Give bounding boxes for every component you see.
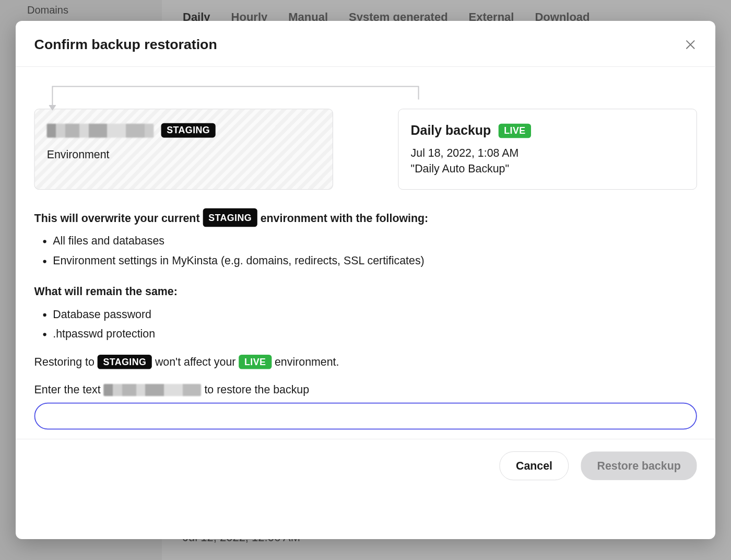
modal-body: STAGING Environment Daily backup LIVE Ju…	[16, 67, 715, 439]
live-badge: LIVE	[499, 123, 532, 138]
restore-note-pre: Restoring to	[34, 356, 98, 368]
remain-list: Database password .htpasswd protection	[53, 305, 697, 343]
cancel-button[interactable]: Cancel	[500, 451, 569, 480]
list-item: Database password	[53, 305, 697, 323]
restore-note-mid: won't affect your	[155, 356, 239, 368]
staging-badge: STAGING	[161, 123, 216, 138]
list-item: .htpasswd protection	[53, 325, 697, 343]
overwrite-list: All files and databases Environment sett…	[53, 232, 697, 270]
target-env-name-redacted	[47, 123, 154, 137]
modal-footer: Cancel Restore backup	[16, 439, 715, 492]
source-backup-timestamp: Jul 18, 2022, 1:08 AM	[411, 146, 685, 159]
confirm-text-redacted	[104, 384, 202, 396]
live-badge-inline: LIVE	[239, 355, 272, 369]
overwrite-text-post: environment with the following:	[261, 212, 429, 225]
source-backup-title: Daily backup	[411, 123, 491, 138]
list-item: All files and databases	[53, 232, 697, 250]
confirm-prompt-post: to restore the backup	[204, 383, 309, 396]
restore-note: Restoring to STAGING won't affect your L…	[34, 355, 697, 369]
staging-badge-inline-2: STAGING	[98, 355, 152, 369]
target-env-subtitle: Environment	[47, 148, 321, 161]
confirm-restore-modal: Confirm backup restoration STAGING Envir…	[16, 21, 715, 539]
confirm-prompt: Enter the text to restore the backup	[34, 383, 697, 396]
overwrite-section: This will overwrite your current STAGING…	[34, 208, 697, 270]
confirm-input[interactable]	[34, 403, 697, 430]
target-environment-card: STAGING Environment	[34, 109, 333, 190]
restore-backup-button[interactable]: Restore backup	[581, 451, 697, 480]
staging-badge-inline: STAGING	[203, 208, 257, 227]
restore-direction-arrow	[48, 81, 683, 109]
overwrite-text-pre: This will overwrite your current	[34, 212, 203, 225]
modal-title: Confirm backup restoration	[34, 37, 217, 52]
close-icon[interactable]	[684, 38, 697, 51]
restore-note-post: environment.	[275, 356, 339, 368]
source-backup-card: Daily backup LIVE Jul 18, 2022, 1:08 AM …	[398, 109, 697, 190]
source-backup-description: "Daily Auto Backup"	[411, 162, 685, 176]
modal-header: Confirm backup restoration	[16, 21, 715, 67]
restore-cards: STAGING Environment Daily backup LIVE Ju…	[34, 109, 697, 190]
list-item: Environment settings in MyKinsta (e.g. d…	[53, 252, 697, 270]
remain-heading: What will remain the same:	[34, 285, 178, 298]
remain-section: What will remain the same: Database pass…	[34, 283, 697, 343]
confirm-prompt-pre: Enter the text	[34, 383, 104, 396]
